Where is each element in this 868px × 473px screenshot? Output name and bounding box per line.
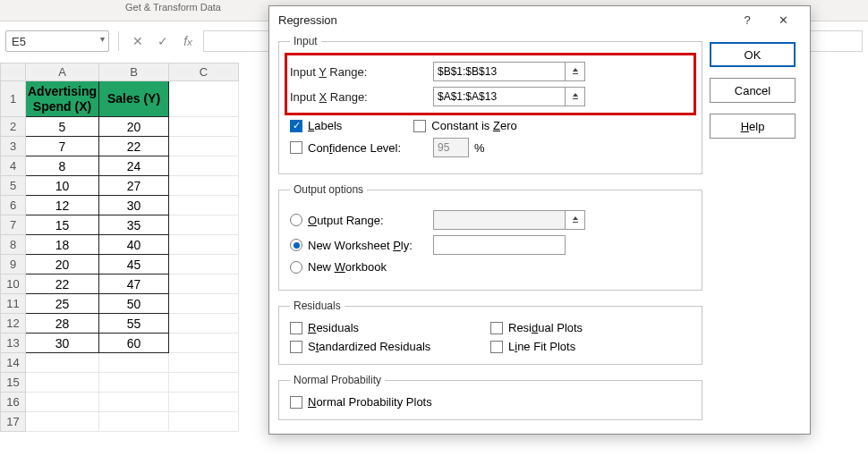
cancel-formula-icon[interactable]: ✕	[128, 31, 148, 51]
residual-plots-checkbox[interactable]: Residual Plots	[490, 321, 691, 334]
output-range-radio[interactable]: Output Range:	[290, 214, 433, 227]
row-header[interactable]: 8	[1, 235, 26, 255]
cell[interactable]	[99, 393, 169, 412]
confidence-checkbox[interactable]: Confidence Level:	[290, 141, 433, 155]
cell[interactable]	[169, 393, 239, 412]
input-y-range[interactable]	[433, 62, 566, 81]
header-cell-A1[interactable]: Advertising Spend (X)	[26, 81, 99, 117]
cell[interactable]: 45	[99, 255, 169, 275]
standardized-residuals-checkbox[interactable]: Standardized Residuals	[290, 340, 490, 353]
collapse-dialog-icon[interactable]	[566, 62, 585, 81]
row-header[interactable]: 10	[1, 275, 26, 294]
cell[interactable]: 30	[99, 196, 169, 215]
cell[interactable]	[169, 196, 239, 215]
row-header[interactable]: 5	[1, 176, 26, 196]
spreadsheet-grid[interactable]: A B C 1 Advertising Spend (X) Sales (Y) …	[0, 63, 239, 432]
input-x-range[interactable]	[433, 87, 566, 106]
cell[interactable]	[26, 353, 99, 373]
cell[interactable]: 8	[26, 156, 99, 176]
cell[interactable]	[169, 373, 239, 393]
row-header[interactable]: 4	[1, 156, 26, 176]
name-box[interactable]: E5 ▾	[5, 30, 109, 52]
help-button[interactable]: Help	[710, 114, 796, 139]
header-cell-B1[interactable]: Sales (Y)	[99, 81, 169, 117]
row-header[interactable]: 17	[1, 412, 26, 432]
row-header[interactable]: 11	[1, 294, 26, 314]
row-header[interactable]: 7	[1, 215, 26, 235]
cancel-button[interactable]: Cancel	[710, 78, 796, 103]
collapse-dialog-icon[interactable]	[566, 210, 585, 230]
cell[interactable]: 35	[99, 215, 169, 235]
cell[interactable]	[169, 176, 239, 196]
confidence-value[interactable]	[433, 138, 469, 157]
row-header[interactable]: 16	[1, 393, 26, 412]
cell[interactable]	[169, 137, 239, 156]
col-header-A[interactable]: A	[26, 63, 99, 81]
residuals-checkbox[interactable]: Residuals	[290, 321, 490, 334]
cell[interactable]	[99, 412, 169, 432]
cell[interactable]	[169, 117, 239, 137]
row-header[interactable]: 1	[1, 81, 26, 117]
enter-formula-icon[interactable]: ✓	[153, 31, 173, 51]
cell[interactable]	[26, 393, 99, 412]
cell[interactable]	[169, 334, 239, 353]
cell[interactable]	[169, 81, 239, 117]
dialog-titlebar[interactable]: Regression ? ✕	[269, 6, 810, 33]
cell[interactable]	[99, 373, 169, 393]
constant-zero-checkbox[interactable]: Constant is Zero	[413, 119, 516, 132]
cell[interactable]: 60	[99, 334, 169, 353]
row-header[interactable]: 3	[1, 137, 26, 156]
cell[interactable]: 50	[99, 294, 169, 314]
row-header[interactable]: 13	[1, 334, 26, 353]
cell[interactable]	[169, 215, 239, 235]
row-header[interactable]: 12	[1, 314, 26, 334]
cell[interactable]	[169, 235, 239, 255]
cell[interactable]: 24	[99, 156, 169, 176]
cell[interactable]: 20	[99, 117, 169, 137]
cell[interactable]: 7	[26, 137, 99, 156]
cell[interactable]	[169, 294, 239, 314]
cell[interactable]	[99, 353, 169, 373]
cell[interactable]	[169, 156, 239, 176]
row-header[interactable]: 15	[1, 373, 26, 393]
cell[interactable]: 30	[26, 334, 99, 353]
cell[interactable]	[26, 373, 99, 393]
cell[interactable]: 40	[99, 235, 169, 255]
cell[interactable]: 12	[26, 196, 99, 215]
fx-icon[interactable]: fx	[178, 31, 198, 51]
row-header[interactable]: 6	[1, 196, 26, 215]
cell[interactable]	[169, 275, 239, 294]
cell[interactable]: 5	[26, 117, 99, 137]
new-worksheet-radio[interactable]: New Worksheet Ply:	[290, 239, 433, 252]
cell[interactable]: 22	[99, 137, 169, 156]
cell[interactable]: 10	[26, 176, 99, 196]
row-header[interactable]: 9	[1, 255, 26, 275]
cell[interactable]: 25	[26, 294, 99, 314]
collapse-dialog-icon[interactable]	[566, 87, 585, 106]
cell[interactable]: 27	[99, 176, 169, 196]
new-worksheet-name[interactable]	[433, 235, 566, 255]
new-workbook-radio[interactable]: New Workbook	[290, 260, 387, 274]
line-fit-plots-checkbox[interactable]: Line Fit Plots	[490, 340, 691, 353]
help-icon[interactable]: ?	[729, 7, 765, 32]
output-range-field[interactable]	[433, 210, 566, 230]
row-header[interactable]: 2	[1, 117, 26, 137]
cell[interactable]: 55	[99, 314, 169, 334]
cell[interactable]: 47	[99, 275, 169, 294]
cell[interactable]: 20	[26, 255, 99, 275]
cell[interactable]: 28	[26, 314, 99, 334]
ok-button[interactable]: OK	[710, 42, 796, 67]
cell[interactable]: 15	[26, 215, 99, 235]
cell[interactable]: 18	[26, 235, 99, 255]
cell[interactable]	[169, 412, 239, 432]
cell[interactable]	[169, 353, 239, 373]
select-all-corner[interactable]	[1, 63, 26, 81]
cell[interactable]: 22	[26, 275, 99, 294]
close-icon[interactable]: ✕	[765, 7, 801, 32]
labels-checkbox[interactable]: Labels	[290, 119, 342, 132]
chevron-down-icon[interactable]: ▾	[100, 34, 105, 44]
cell[interactable]	[169, 255, 239, 275]
col-header-B[interactable]: B	[99, 63, 169, 81]
col-header-C[interactable]: C	[169, 63, 239, 81]
normal-probability-checkbox[interactable]: Normal Probability Plots	[290, 395, 691, 409]
